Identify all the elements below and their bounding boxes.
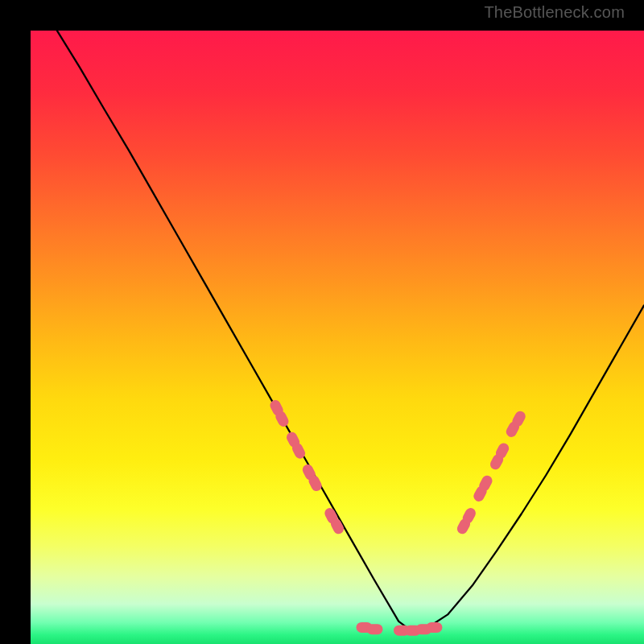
attribution-text: TheBottleneck.com xyxy=(484,3,625,22)
svg-rect-18 xyxy=(367,624,383,634)
chart-frame xyxy=(15,15,629,629)
bottleneck-curve xyxy=(31,31,644,630)
marker-group xyxy=(268,398,527,636)
curve-marker xyxy=(426,622,442,633)
chart-overlay xyxy=(31,31,644,644)
plot-area xyxy=(31,31,644,644)
svg-rect-22 xyxy=(426,622,442,633)
curve-marker xyxy=(367,624,383,634)
